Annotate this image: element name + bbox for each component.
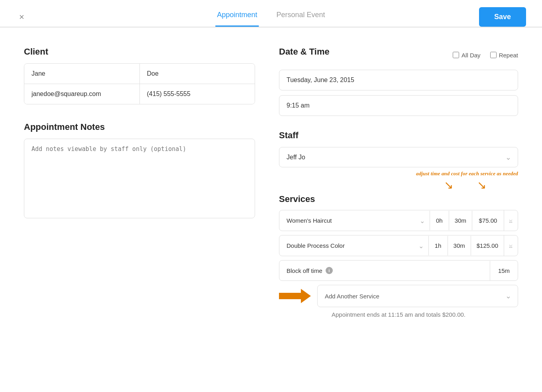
- arrows-row: ↘ ↘: [279, 178, 518, 192]
- big-arrow-container: [279, 289, 317, 303]
- datetime-header: Date & Time All Day Repeat: [279, 47, 518, 63]
- client-contact-row: [24, 84, 255, 104]
- datetime-section-title: Date & Time: [279, 47, 330, 57]
- service-cost-0[interactable]: $75.00: [472, 211, 504, 230]
- service-select-wrapper-0: Women's Haircut ⌄: [279, 211, 430, 230]
- staff-select-wrapper: Jeff Jo Other Staff ⌄: [279, 147, 518, 167]
- client-fields: [24, 63, 255, 104]
- staff-section: Staff Jeff Jo Other Staff ⌄: [279, 130, 518, 167]
- tab-personal-event[interactable]: Personal Event: [275, 5, 327, 27]
- first-name-input[interactable]: [24, 64, 139, 84]
- date-input[interactable]: Tuesday, June 23, 2015: [279, 70, 518, 90]
- big-right-arrow-icon: [279, 289, 311, 303]
- client-section-title: Client: [24, 47, 255, 57]
- service-row-0: Women's Haircut ⌄ 0h 30m $75.00 ⨲: [279, 210, 518, 231]
- service-select-0[interactable]: Women's Haircut: [279, 211, 430, 230]
- down-arrow-right-icon: ↘: [477, 178, 486, 192]
- tab-appointment[interactable]: Appointment: [215, 5, 259, 27]
- down-arrow-left-icon: ↘: [444, 178, 453, 192]
- service-minutes-0[interactable]: 30m: [449, 211, 472, 230]
- services-section-title: Services: [279, 194, 518, 204]
- staff-section-title: Staff: [279, 130, 518, 141]
- service-hours-1[interactable]: 1h: [428, 236, 448, 255]
- service-hours-0[interactable]: 0h: [430, 211, 449, 230]
- save-button[interactable]: Save: [479, 7, 526, 27]
- svg-marker-0: [279, 289, 311, 303]
- services-section: Services Women's Haircut ⌄ 0h 30m $75.00…: [279, 194, 518, 318]
- add-service-chevron-icon: ⌄: [499, 285, 518, 307]
- repeat-label[interactable]: Repeat: [490, 52, 518, 59]
- service-select-wrapper-1: Double Process Color ⌄: [279, 236, 428, 255]
- service-remove-button-1[interactable]: ⨲: [504, 235, 518, 256]
- right-column: Date & Time All Day Repeat Tuesday, June…: [279, 47, 518, 318]
- left-column: Client Appointment Notes: [24, 47, 255, 318]
- repeat-checkbox[interactable]: [490, 52, 497, 58]
- datetime-checkboxes: All Day Repeat: [453, 52, 518, 59]
- block-off-label: Block off time i: [279, 261, 490, 280]
- notes-textarea[interactable]: [24, 139, 255, 218]
- header: × Appointment Personal Event Save: [0, 0, 542, 27]
- main-content: Client Appointment Notes Date & Time: [0, 27, 542, 334]
- block-off-time[interactable]: 15m: [490, 261, 518, 280]
- service-select-1[interactable]: Double Process Color: [279, 236, 428, 255]
- add-service-row[interactable]: Add Another Service ⌄: [317, 285, 518, 307]
- last-name-input[interactable]: [139, 64, 255, 84]
- add-service-wrapper: Add Another Service ⌄: [279, 285, 518, 307]
- add-service-label[interactable]: Add Another Service: [318, 286, 499, 306]
- notes-section: Appointment Notes: [24, 122, 255, 220]
- block-off-info-icon[interactable]: i: [326, 267, 333, 274]
- phone-input[interactable]: [139, 84, 255, 104]
- all-day-label[interactable]: All Day: [453, 52, 481, 59]
- staff-select[interactable]: Jeff Jo Other Staff: [279, 147, 518, 167]
- service-minutes-1[interactable]: 30m: [448, 236, 471, 255]
- all-day-checkbox[interactable]: [453, 52, 459, 58]
- notes-section-title: Appointment Notes: [24, 122, 255, 132]
- service-row-1: Double Process Color ⌄ 1h 30m $125.00 ⨲: [279, 235, 518, 256]
- email-input[interactable]: [24, 84, 139, 104]
- tab-bar: Appointment Personal Event: [215, 5, 326, 27]
- service-remove-button-0[interactable]: ⨲: [504, 210, 518, 231]
- client-name-row: [24, 64, 255, 84]
- summary-text: Appointment ends at 11:15 am and totals …: [279, 311, 518, 318]
- datetime-section: Date & Time All Day Repeat Tuesday, June…: [279, 47, 518, 116]
- close-button[interactable]: ×: [16, 10, 27, 24]
- time-input[interactable]: 9:15 am: [279, 95, 518, 116]
- block-off-row: Block off time i 15m: [279, 260, 518, 281]
- service-cost-1[interactable]: $125.00: [471, 236, 504, 255]
- annotation-text: adjust time and cost for each service as…: [279, 171, 518, 177]
